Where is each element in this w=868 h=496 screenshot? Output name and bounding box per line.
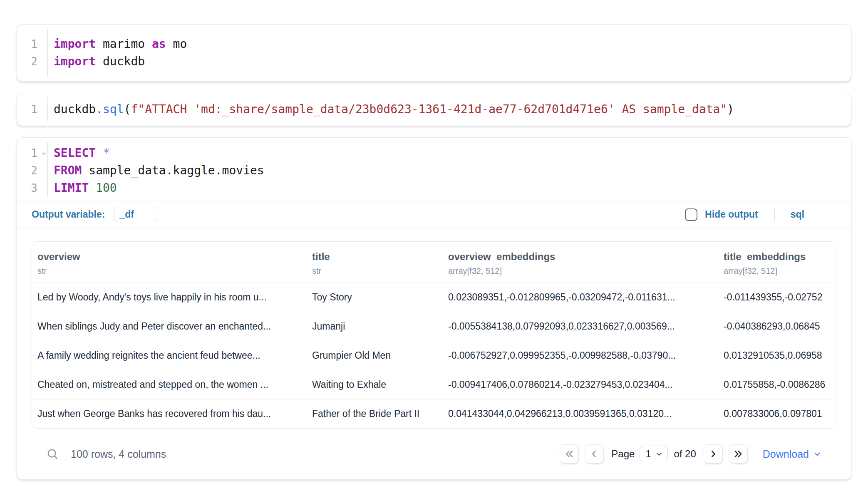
table-cell: When siblings Judy and Peter discover an… (32, 321, 307, 332)
column-name: overview (37, 251, 303, 263)
table-cell: 0.0132910535,0.06958 (718, 350, 836, 361)
sql-cell: 1SELECT *2FROM sample_data.kaggle.movies… (17, 137, 851, 480)
line-number: 1 (31, 101, 47, 118)
table-cell: -0.011439355,-0.02752 (718, 292, 836, 303)
column-header-title[interactable]: titlestr (307, 251, 443, 276)
page-label: Page (611, 448, 635, 460)
line-number: 1 (31, 35, 47, 53)
page-select-value: 1 (645, 448, 651, 460)
table-header-row: overviewstrtitlestroverview_embeddingsar… (32, 242, 836, 283)
code-text: import duckdb (47, 53, 145, 70)
column-type: array[f32, 512] (448, 266, 714, 276)
notebook-page: 1import marimo as mo2import duckdb 1duck… (0, 0, 868, 496)
table-cell: Father of the Bride Part II (307, 408, 443, 419)
results-table: overviewstrtitlestroverview_embeddingsar… (32, 241, 836, 429)
first-page-button[interactable] (560, 444, 579, 464)
fold-chevron-icon[interactable] (41, 150, 47, 156)
line-number: 2 (31, 162, 47, 179)
table-summary: 100 rows, 4 columns (71, 448, 166, 460)
output-variable-input[interactable] (114, 207, 158, 222)
table-cell: 0.01755858,-0.0086286 (718, 379, 836, 390)
double-chevron-left-icon (564, 449, 575, 459)
column-name: title (312, 251, 439, 263)
table-cell: 0.023089351,-0.012809965,-0.03209472,-0.… (443, 292, 718, 303)
table-footer: 100 rows, 4 columns Page (32, 429, 836, 479)
column-name: overview_embeddings (448, 251, 714, 263)
search-icon[interactable] (46, 448, 59, 461)
table-row[interactable]: Cheated on, mistreated and stepped on, t… (32, 370, 836, 399)
table-cell: Toy Story (307, 292, 443, 303)
column-type: str (312, 266, 439, 276)
code-text: import marimo as mo (47, 35, 187, 53)
download-button[interactable]: Download (763, 448, 822, 460)
column-type: str (37, 266, 303, 276)
page-select[interactable]: 1 (640, 446, 668, 462)
output-variable-label: Output variable: (32, 209, 105, 220)
table-cell: 0.041433044,0.042966213,0.0039591365,0.0… (443, 408, 718, 419)
chevron-left-icon (589, 449, 600, 459)
table-cell: A family wedding reignites the ancient f… (32, 350, 307, 361)
chevron-right-icon (708, 449, 719, 459)
column-header-overview[interactable]: overviewstr (32, 251, 307, 276)
table-cell: Waiting to Exhale (307, 379, 443, 390)
table-row[interactable]: A family wedding reignites the ancient f… (32, 341, 836, 370)
code-line: 1SELECT * (17, 144, 851, 162)
table-cell: Jumanji (307, 321, 443, 332)
download-label: Download (763, 448, 809, 460)
hide-output-checkbox[interactable] (685, 208, 697, 221)
table-row[interactable]: When siblings Judy and Peter discover an… (32, 312, 836, 341)
hide-output-label[interactable]: Hide output (705, 209, 758, 220)
table-body: Led by Woody, Andy's toys live happily i… (32, 283, 836, 428)
line-number-gutter: 2 (17, 162, 47, 179)
table-cell: -0.0055384138,0.07992093,0.023316627,0.0… (443, 321, 718, 332)
double-chevron-right-icon (733, 449, 744, 459)
table-row[interactable]: Led by Woody, Andy's toys live happily i… (32, 283, 836, 312)
vertical-divider (774, 208, 775, 221)
table-cell: Grumpier Old Men (307, 350, 443, 361)
line-number-gutter: 1 (17, 101, 47, 118)
table-section: overviewstrtitlestroverview_embeddingsar… (17, 228, 851, 479)
line-number-gutter: 1 (17, 35, 47, 53)
code-text: LIMIT 100 (47, 179, 117, 197)
sql-editor[interactable]: 1SELECT *2FROM sample_data.kaggle.movies… (17, 138, 851, 201)
code-line: 2FROM sample_data.kaggle.movies (17, 162, 851, 179)
line-number: 2 (31, 53, 47, 70)
code-line: 1import marimo as mo (17, 35, 851, 53)
table-cell: -0.009417406,0.07860214,-0.023279453,0.0… (443, 379, 718, 390)
previous-page-button[interactable] (585, 444, 604, 464)
code-line: 2import duckdb (17, 53, 851, 70)
code-editor[interactable]: 1import marimo as mo2import duckdb (17, 25, 851, 81)
code-text: FROM sample_data.kaggle.movies (47, 162, 264, 179)
code-text: duckdb.sql(f"ATTACH 'md:_share/sample_da… (47, 101, 734, 118)
table-cell: Just when George Banks has recovered fro… (32, 408, 307, 419)
line-number-gutter: 3 (17, 179, 47, 197)
column-name: title_embeddings (724, 251, 832, 263)
table-cell: 0.007833006,0.097801 (718, 408, 836, 419)
table-cell: Led by Woody, Andy's toys live happily i… (32, 292, 307, 303)
line-number-gutter: 2 (17, 53, 47, 70)
code-text: SELECT * (47, 144, 110, 162)
table-cell: -0.006752927,0.099952355,-0.009982588,-0… (443, 350, 718, 361)
column-header-overview_embeddings[interactable]: overview_embeddingsarray[f32, 512] (443, 251, 718, 276)
code-line: 1duckdb.sql(f"ATTACH 'md:_share/sample_d… (17, 101, 851, 118)
code-editor[interactable]: 1duckdb.sql(f"ATTACH 'md:_share/sample_d… (17, 93, 851, 126)
line-number-gutter: 1 (17, 144, 47, 162)
code-cell-attach: 1duckdb.sql(f"ATTACH 'md:_share/sample_d… (17, 93, 851, 126)
next-page-button[interactable] (704, 444, 723, 464)
chevron-down-icon (813, 449, 822, 459)
last-page-button[interactable] (729, 444, 748, 464)
table-row[interactable]: Just when George Banks has recovered fro… (32, 399, 836, 428)
chevron-down-icon (655, 450, 663, 458)
column-header-title_embeddings[interactable]: title_embeddingsarray[f32, 512] (718, 251, 836, 276)
code-line: 3LIMIT 100 (17, 179, 851, 197)
page-count-label: of 20 (674, 448, 696, 460)
table-cell: Cheated on, mistreated and stepped on, t… (32, 379, 307, 390)
column-type: array[f32, 512] (724, 266, 832, 276)
table-cell: -0.040386293,0.06845 (718, 321, 836, 332)
language-label-sql[interactable]: sql (791, 209, 804, 220)
pagination: Page 1 of 20 (560, 444, 822, 464)
line-number: 3 (31, 179, 47, 197)
output-variable-row: Output variable: Hide output sql (17, 201, 851, 228)
code-cell-imports: 1import marimo as mo2import duckdb (17, 24, 851, 82)
